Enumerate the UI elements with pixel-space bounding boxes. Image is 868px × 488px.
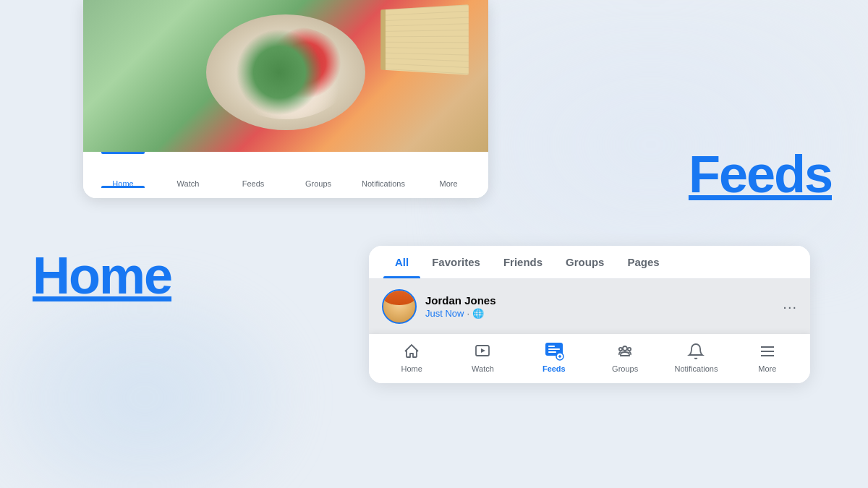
top-nav-groups[interactable]: Groups <box>297 160 340 188</box>
top-nav-watch-label: Watch <box>177 179 200 188</box>
top-nav-feeds[interactable]: Feeds <box>231 160 275 188</box>
tab-favorites[interactable]: Favorites <box>420 246 492 278</box>
feeds-nav-feeds[interactable]: Feeds <box>532 341 576 373</box>
feeds-nav-more[interactable]: More <box>746 341 789 373</box>
top-nav-groups-label: Groups <box>305 179 331 188</box>
post-user-name: Jordan Jones <box>425 294 774 307</box>
feeds-home-icon <box>401 341 422 361</box>
top-nav-feeds-label: Feeds <box>242 179 265 188</box>
feeds-nav-home[interactable]: Home <box>390 341 433 373</box>
feeds-nav-notifications[interactable]: Notifications <box>674 341 718 373</box>
feeds-notifications-icon <box>686 341 706 361</box>
post-time: Just Now <box>425 308 464 319</box>
post-item: Jordan Jones Just Now · 🌐 ··· <box>369 279 810 334</box>
home-large-label: Home <box>33 246 171 305</box>
feeds-nav-groups[interactable]: Groups <box>603 341 647 373</box>
feeds-card: All Favorites Friends Groups Pages Jorda… <box>369 246 810 383</box>
feeds-nav-bar: Home Watch <box>369 334 810 383</box>
feeds-feeds-icon <box>544 341 564 361</box>
top-nav-watch[interactable]: Watch <box>166 160 210 188</box>
svg-point-26 <box>628 348 631 351</box>
feeds-watch-icon <box>472 341 493 361</box>
tab-pages[interactable]: Pages <box>616 246 671 278</box>
top-nav-notifications[interactable]: Notifications <box>362 160 405 188</box>
svg-point-25 <box>619 348 622 351</box>
feeds-nav-feeds-label: Feeds <box>542 364 566 373</box>
bg-decoration-1 <box>0 289 289 488</box>
top-nav-bar: Home Watch <box>83 152 488 198</box>
book-decoration <box>384 4 469 75</box>
feeds-tabs: All Favorites Friends Groups Pages <box>369 246 810 279</box>
food-image <box>83 0 488 152</box>
top-nav-more-label: More <box>439 179 457 188</box>
top-nav-more[interactable]: More <box>427 160 470 188</box>
feeds-nav-watch-label: Watch <box>472 364 494 373</box>
top-phone-card: Home Watch <box>83 0 488 198</box>
svg-marker-16 <box>481 348 485 353</box>
feeds-nav-more-label: More <box>758 364 776 373</box>
feeds-nav-groups-label: Groups <box>612 364 638 373</box>
feeds-nav-watch[interactable]: Watch <box>461 341 504 373</box>
tab-groups[interactable]: Groups <box>554 246 616 278</box>
post-info: Jordan Jones Just Now · 🌐 <box>425 294 774 319</box>
tab-all[interactable]: All <box>383 246 420 278</box>
tab-friends[interactable]: Friends <box>492 246 554 278</box>
globe-icon: 🌐 <box>472 308 484 319</box>
svg-point-24 <box>623 346 627 351</box>
feeds-nav-notifications-label: Notifications <box>675 364 718 373</box>
top-nav-notifications-label: Notifications <box>362 179 405 188</box>
feeds-large-label: Feeds <box>689 145 832 204</box>
post-more-button[interactable]: ··· <box>783 299 797 315</box>
post-meta: Just Now · 🌐 <box>425 308 774 319</box>
feeds-nav-home-label: Home <box>401 364 422 373</box>
feeds-groups-icon <box>615 341 635 361</box>
feeds-more-icon <box>757 341 778 361</box>
top-nav-home[interactable]: Home <box>101 160 145 188</box>
post-separator: · <box>467 308 469 319</box>
avatar <box>382 289 417 324</box>
